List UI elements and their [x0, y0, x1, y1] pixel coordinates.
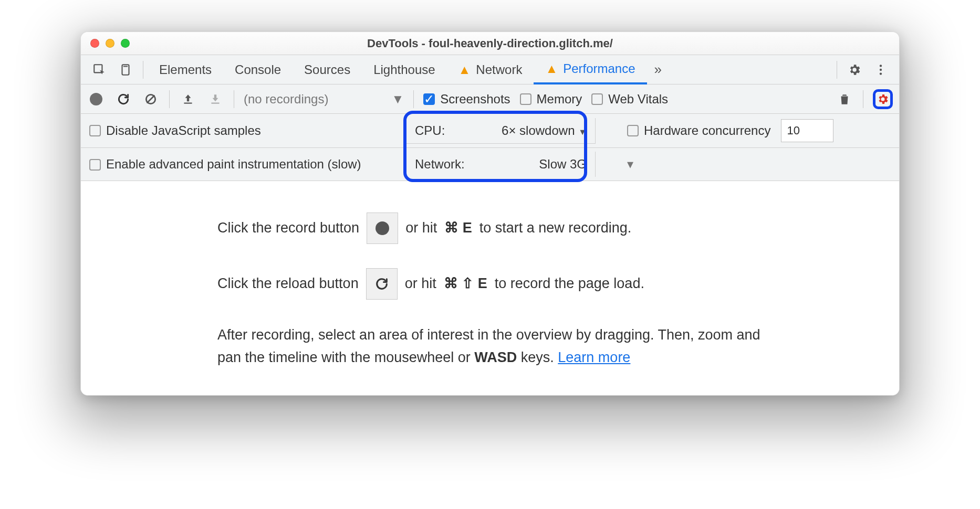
memory-checkbox[interactable]: Memory	[520, 92, 582, 107]
reload-record-button[interactable]	[114, 90, 132, 108]
reload-button-inline[interactable]	[366, 268, 398, 300]
capture-settings-panel: Disable JavaScript samples CPU: 6× slowd…	[81, 114, 899, 181]
save-profile-button[interactable]	[206, 90, 224, 108]
clear-button[interactable]	[142, 90, 160, 108]
tab-lighthouse[interactable]: Lighthouse	[362, 55, 446, 84]
svg-rect-8	[184, 102, 192, 103]
svg-point-3	[880, 65, 882, 67]
tab-console[interactable]: Console	[223, 55, 293, 84]
record-button[interactable]	[87, 90, 105, 108]
capture-settings-button[interactable]	[873, 89, 893, 109]
more-tabs-button[interactable]: »	[647, 61, 669, 78]
advanced-paint-checkbox[interactable]: Enable advanced paint instrumentation (s…	[89, 157, 361, 172]
checkbox-icon	[89, 125, 101, 136]
performance-toolbar: (no recordings)▼ ✓ Screenshots Memory We…	[81, 84, 899, 114]
checkbox-icon	[89, 159, 101, 171]
titlebar: DevTools - foul-heavenly-direction.glitc…	[81, 32, 899, 55]
kebab-menu-icon[interactable]	[868, 55, 894, 84]
disable-js-samples-checkbox[interactable]: Disable JavaScript samples	[89, 123, 261, 138]
devtools-tabs: Elements Console Sources Lighthouse ▲ Ne…	[81, 55, 899, 84]
tab-network[interactable]: ▲ Network	[447, 55, 534, 84]
settings-icon[interactable]	[841, 55, 868, 84]
webvitals-checkbox[interactable]: Web Vitals	[591, 92, 668, 107]
window-title: DevTools - foul-heavenly-direction.glitc…	[81, 37, 899, 50]
device-toggle-icon[interactable]	[112, 55, 139, 84]
cpu-throttle-select[interactable]: CPU: 6× slowdown ▼	[406, 118, 596, 144]
recordings-dropdown[interactable]: (no recordings)▼	[244, 92, 404, 107]
svg-point-5	[880, 72, 882, 75]
svg-point-4	[880, 68, 882, 70]
tab-performance[interactable]: ▲ Performance	[534, 55, 647, 84]
screenshots-checkbox[interactable]: ✓ Screenshots	[423, 92, 510, 107]
learn-more-link[interactable]: Learn more	[558, 349, 630, 365]
performance-landing: Click the record button or hit ⌘ E to st…	[81, 181, 899, 395]
checkbox-icon	[627, 125, 639, 136]
warning-icon: ▲	[545, 61, 558, 76]
tab-sources[interactable]: Sources	[293, 55, 362, 84]
checkbox-icon	[520, 93, 531, 105]
collect-garbage-button[interactable]	[836, 90, 853, 108]
hint-text: Click the reload button	[217, 272, 359, 295]
tab-elements[interactable]: Elements	[148, 55, 223, 84]
record-button-inline[interactable]	[367, 213, 398, 244]
hint-text: Click the record button	[217, 217, 359, 239]
hardware-concurrency-input[interactable]	[781, 119, 833, 142]
svg-rect-9	[211, 102, 219, 103]
load-profile-button[interactable]	[179, 90, 197, 108]
inspect-icon[interactable]	[86, 55, 112, 84]
hardware-concurrency-checkbox[interactable]: Hardware concurrency	[627, 123, 770, 138]
network-throttle-select[interactable]: Network: Slow 3G	[406, 152, 596, 177]
checkbox-icon	[591, 93, 603, 105]
warning-icon: ▲	[458, 62, 471, 77]
devtools-window: DevTools - foul-heavenly-direction.glitc…	[80, 31, 900, 396]
checkbox-checked-icon: ✓	[423, 93, 435, 105]
svg-line-7	[148, 96, 154, 102]
